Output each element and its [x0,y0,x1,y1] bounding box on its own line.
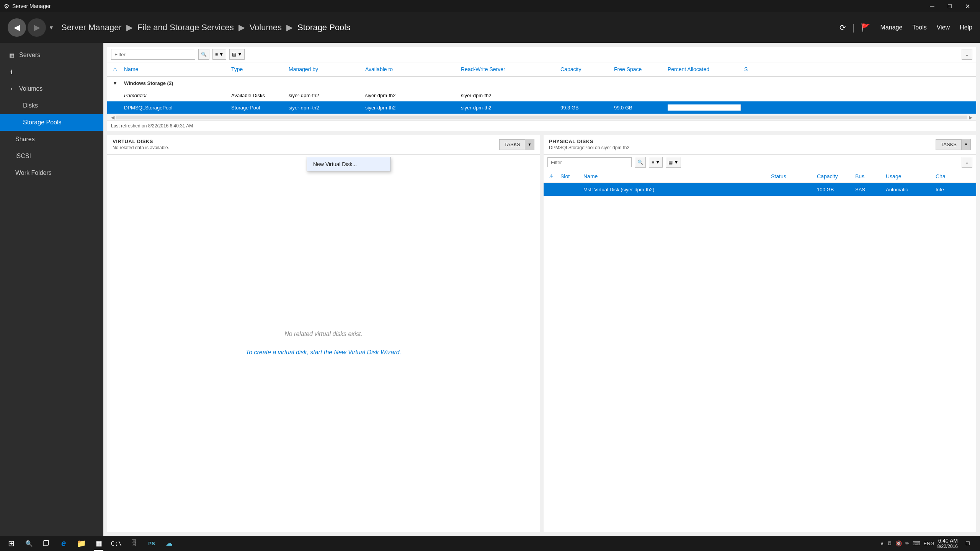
pd-col-status[interactable]: Status [769,172,815,181]
forward-button[interactable]: ▶ [28,18,46,37]
row-managed-primordial: siyer-dpm-th2 [287,92,364,99]
col-free-space[interactable]: Free Space [612,65,666,74]
pd-row-slot [559,189,582,190]
pool-view-button1[interactable]: ≡ ▼ [212,49,226,60]
vd-no-data-detail: No related virtual disks exist. [284,331,363,337]
tools-menu[interactable]: Tools [912,24,926,31]
breadcrumb-storage-pools[interactable]: Storage Pools [297,23,350,33]
notification-button[interactable]: □ [961,536,975,551]
sidebar-item-disks[interactable]: Disks [0,97,103,114]
horiz-scrollbar[interactable] [116,116,967,119]
pd-sort-btn[interactable]: ▤ ▼ [666,157,681,168]
col-rw-server[interactable]: Read-Write Server [459,65,559,74]
maximize-button[interactable]: □ [941,0,959,12]
sidebar-item-shares[interactable]: Shares [0,131,103,148]
pd-row-chassis: Inte [934,186,972,193]
col-type[interactable]: Type [230,65,287,74]
pool-sort-button[interactable]: ▤ ▼ [229,49,245,60]
titlebar-controls: ─ □ ✕ [923,0,976,12]
tray-lang[interactable]: ENG [923,541,934,546]
pd-row-1[interactable]: Msft Virtual Disk (siyer-dpm-th2) 100 GB… [544,183,976,196]
taskbar-server-manager[interactable]: ▦ [90,536,107,551]
sidebar-item-storage-pools[interactable]: Storage Pools [0,114,103,131]
col-percent-allocated[interactable]: Percent Allocated [666,65,743,74]
vd-tasks-arrow[interactable]: ▼ [525,139,534,150]
col-name[interactable]: Name [122,65,230,74]
taskbar-powershell[interactable]: PS [143,536,160,551]
pd-col-usage[interactable]: Usage [884,172,934,181]
clock[interactable]: 6:40 AM 8/22/2016 [938,538,958,549]
sidebar-item-work-folders[interactable]: Work Folders [0,165,103,181]
help-menu[interactable]: Help [960,24,972,31]
app-icon: ⚙ [4,3,9,10]
pool-scrollbar[interactable]: ◀ ▶ [107,114,976,121]
tray-pen[interactable]: ✏ [905,540,910,546]
group-expand-icon[interactable]: ▼ [111,80,122,87]
close-button[interactable]: ✕ [959,0,976,12]
pd-col-capacity[interactable]: Capacity [815,172,854,181]
taskbar-edge[interactable]: e [55,536,72,551]
pool-row-dpm[interactable]: DPMSQLStoragePool Storage Pool siyer-dpm… [107,101,976,114]
taskbar-sql[interactable]: 🗄 [126,536,142,551]
taskbar-task-view[interactable]: ❐ [38,536,54,551]
flag-button[interactable]: 🚩 [861,23,871,32]
pd-row-bus: SAS [854,186,884,193]
scroll-right-btn[interactable]: ▶ [969,115,972,120]
pd-filter-input[interactable] [547,157,632,167]
col-available-to[interactable]: Available to [364,65,459,74]
breadcrumb-volumes[interactable]: Volumes [250,23,282,33]
pd-col-slot[interactable]: Slot [559,172,582,181]
breadcrumb-file-storage[interactable]: File and Storage Services [137,23,234,33]
taskbar-explorer[interactable]: 📁 [73,536,90,551]
pool-row-primordial[interactable]: Primordial Available Disks siyer-dpm-th2… [107,89,976,101]
vd-tasks-button[interactable]: TASKS ▼ [499,139,534,150]
pd-row-status [769,189,815,190]
tray-network[interactable]: 🖥 [887,540,892,546]
sidebar-item-dashboard[interactable]: ℹ [0,64,103,80]
pd-tasks-button[interactable]: TASKS ▼ [936,139,971,150]
vd-create-link[interactable]: To create a virtual disk, start the New … [246,349,401,356]
scroll-left-btn[interactable]: ◀ [111,115,114,120]
view-menu[interactable]: View [937,24,950,31]
new-virtual-disk-item[interactable]: New Virtual Disk... [307,157,390,171]
pd-expand-btn[interactable]: ⌄ [962,157,972,168]
sidebar-servers-label: Servers [19,52,40,59]
nav-dropdown-button[interactable]: ▼ [47,18,55,37]
back-button[interactable]: ◀ [8,18,26,37]
sidebar-item-iscsi[interactable]: iSCSI [0,148,103,165]
col-s[interactable]: S [743,65,766,74]
pd-col-chassis[interactable]: Cha [934,172,972,181]
refresh-button[interactable]: ⟳ [840,23,846,32]
sidebar-item-servers[interactable]: ▦ Servers [0,47,103,64]
pd-col-bus[interactable]: Bus [854,172,884,181]
pd-search-btn[interactable]: 🔍 [635,157,646,168]
sidebar-shares-label: Shares [15,136,35,143]
progress-bar-fill [668,104,740,111]
taskbar-cmd[interactable]: C:\ [108,536,125,551]
sidebar-volumes-label: Volumes [19,85,42,92]
pool-search-button[interactable]: 🔍 [198,49,209,60]
col-capacity[interactable]: Capacity [559,65,612,74]
pd-col-name[interactable]: Name [582,172,769,181]
sidebar-item-volumes[interactable]: ▪ Volumes [0,80,103,97]
col-managed-by[interactable]: Managed by [287,65,364,74]
virtual-disks-panel: VIRTUAL DISKS No related data is availab… [107,135,540,532]
taskbar-search-button[interactable]: 🔍 [21,536,37,551]
main-container: ▦ Servers ℹ ▪ Volumes Disks Storage Pool… [0,43,980,536]
pool-expand-button[interactable]: ⌄ [962,49,972,60]
manage-menu[interactable]: Manage [880,24,903,31]
navbar: ◀ ▶ ▼ Server Manager ▶ File and Storage … [0,12,980,43]
tray-volume-muted[interactable]: 🔇 [895,540,902,546]
dashboard-icon: ℹ [8,68,15,76]
breadcrumb-server-manager[interactable]: Server Manager [61,23,122,33]
tray-keyboard[interactable]: ⌨ [913,540,920,546]
pool-filter-input[interactable] [111,49,195,60]
tray-up-arrow[interactable]: ∧ [880,540,884,546]
pd-view-btn[interactable]: ≡ ▼ [649,157,663,168]
start-button[interactable]: ⊞ [2,536,21,551]
taskbar-azure[interactable]: ☁ [161,536,178,551]
taskbar-right: ∧ 🖥 🔇 ✏ ⌨ ENG 6:40 AM 8/22/2016 □ [880,536,978,551]
minimize-button[interactable]: ─ [923,0,941,12]
servers-icon: ▦ [8,52,15,58]
pd-tasks-arrow[interactable]: ▼ [961,139,970,150]
